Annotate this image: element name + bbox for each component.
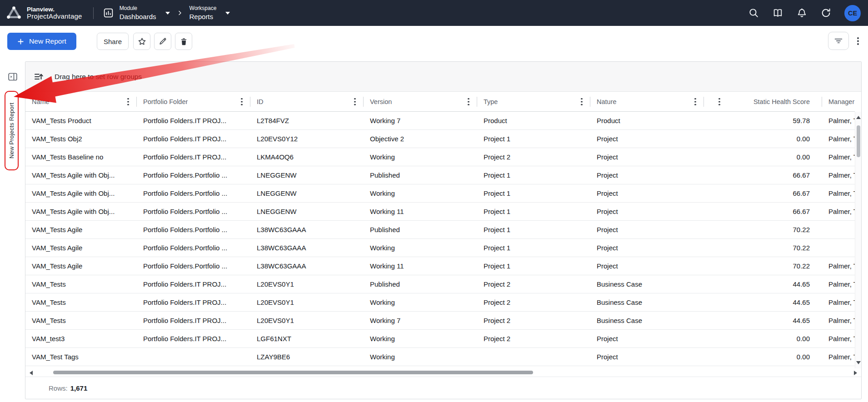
column-menu-icon[interactable] (718, 98, 720, 106)
column-menu-icon[interactable] (354, 98, 356, 106)
cell[interactable]: Palmer, T (822, 257, 855, 275)
column-menu-icon[interactable] (127, 98, 129, 106)
cell[interactable]: Working (364, 348, 477, 366)
cell[interactable]: Portfolio Folders.IT PROJ... (137, 293, 250, 311)
cell[interactable]: VAM_Tests (25, 312, 137, 329)
cell[interactable]: LZAY9BE6 (250, 348, 364, 366)
cell[interactable]: Working 11 (364, 257, 477, 275)
cell[interactable]: Palmer, T (822, 130, 855, 148)
header-cell-id[interactable]: ID (250, 92, 364, 112)
cell[interactable]: 44.65 (704, 312, 822, 329)
cell[interactable]: Portfolio Folders.IT PROJ... (137, 148, 250, 166)
table-row[interactable]: VAM_Tests AgilePortfolio Folders.Portfol… (25, 239, 855, 257)
cell[interactable]: LKMA4OQ6 (250, 148, 364, 166)
table-row[interactable]: VAM_TestsPortfolio Folders.IT PROJ...L20… (25, 293, 855, 312)
cell[interactable]: Published (364, 275, 477, 293)
cell[interactable]: 0.00 (704, 330, 822, 347)
cell[interactable]: Working 7 (364, 312, 477, 329)
cell[interactable]: Working (364, 184, 477, 202)
cell[interactable]: 0.00 (704, 130, 822, 148)
cell[interactable]: VAM_Tests (25, 275, 137, 293)
cell[interactable] (477, 348, 590, 366)
scroll-left-icon[interactable] (30, 371, 33, 375)
cell[interactable]: L38WC63GAAA (250, 239, 364, 257)
cell[interactable]: Project (590, 257, 704, 275)
column-menu-icon[interactable] (694, 98, 696, 106)
cell[interactable]: VAM_Tests (25, 293, 137, 311)
cell[interactable]: Palmer, T (822, 293, 855, 311)
header-cell-nature[interactable]: Nature (590, 92, 704, 112)
scroll-up-icon[interactable] (856, 116, 861, 119)
cell[interactable]: Published (364, 221, 477, 238)
cell[interactable]: 59.78 (704, 112, 822, 129)
cell[interactable]: VAM_Tests Agile (25, 257, 137, 275)
cell[interactable]: Portfolio Folders.IT PROJ... (137, 275, 250, 293)
sidebar-panel-toggle-button[interactable] (6, 70, 20, 84)
cell[interactable]: VAM_Tests Obj2 (25, 130, 137, 148)
cell[interactable] (137, 348, 250, 366)
column-menu-icon[interactable] (581, 98, 583, 106)
cell[interactable]: Project (590, 166, 704, 184)
cell[interactable]: Product (477, 112, 590, 129)
cell[interactable]: Portfolio Folders.IT PROJ... (137, 112, 250, 129)
notifications-bell-icon[interactable] (796, 7, 808, 19)
cell[interactable]: Portfolio Folders.Portfolio ... (137, 203, 250, 220)
cell[interactable]: Project 1 (477, 239, 590, 257)
cell[interactable]: LNEGGENW (250, 203, 364, 220)
cell[interactable]: 70.22 (704, 257, 822, 275)
cell[interactable]: 66.67 (704, 166, 822, 184)
table-row[interactable]: VAM_TestsPortfolio Folders.IT PROJ...L20… (25, 312, 855, 330)
cell[interactable]: Published (364, 166, 477, 184)
cell[interactable]: 44.65 (704, 275, 822, 293)
cell[interactable]: Objective 2 (364, 130, 477, 148)
header-cell-type[interactable]: Type (477, 92, 590, 112)
cell[interactable]: Palmer, T (822, 112, 855, 129)
cell[interactable]: Palmer, T (822, 148, 855, 166)
cell[interactable]: Business Case (590, 293, 704, 311)
header-cell-manager-1[interactable]: Manager 1 (822, 92, 855, 112)
vertical-scrollbar[interactable] (855, 112, 861, 368)
cell[interactable]: Working (364, 148, 477, 166)
cell[interactable]: Portfolio Folders.Portfolio ... (137, 166, 250, 184)
share-button[interactable]: Share (97, 33, 129, 50)
cell[interactable]: Project (590, 203, 704, 220)
cell[interactable] (822, 221, 855, 238)
cell[interactable]: L38WC63GAAA (250, 221, 364, 238)
cell[interactable]: L2T84FVZ (250, 112, 364, 129)
cell[interactable]: LNEGGENW (250, 166, 364, 184)
cell[interactable]: VAM_Tests Agile with Obj... (25, 166, 137, 184)
cell[interactable]: VAM_Tests Baseline no (25, 148, 137, 166)
cell[interactable]: Portfolio Folders.IT PROJ... (137, 130, 250, 148)
cell[interactable]: Project (590, 348, 704, 366)
cell[interactable]: Product (590, 112, 704, 129)
help-book-icon[interactable] (772, 7, 783, 19)
cell[interactable]: 44.65 (704, 293, 822, 311)
table-row[interactable]: VAM_Tests Obj2Portfolio Folders.IT PROJ.… (25, 130, 855, 148)
scroll-down-icon[interactable] (856, 361, 861, 364)
cell[interactable] (822, 239, 855, 257)
cell[interactable]: Portfolio Folders.IT PROJ... (137, 330, 250, 347)
header-cell-name[interactable]: Name (25, 92, 137, 112)
cell[interactable]: Project 1 (477, 184, 590, 202)
cell[interactable]: Palmer, T (822, 166, 855, 184)
nav-module-dashboards[interactable]: Module Dashboards (103, 5, 170, 21)
cell[interactable]: 70.22 (704, 221, 822, 238)
cell[interactable]: 66.67 (704, 203, 822, 220)
cell[interactable]: Project (590, 130, 704, 148)
cell[interactable]: Palmer, T (822, 203, 855, 220)
cell[interactable]: Project (590, 148, 704, 166)
more-options-button[interactable] (853, 32, 863, 50)
cell[interactable]: Palmer, T (822, 275, 855, 293)
table-row[interactable]: VAM_Tests Agile with Obj...Portfolio Fol… (25, 203, 855, 221)
search-icon[interactable] (748, 7, 759, 19)
table-row[interactable]: VAM_Test TagsLZAY9BE6WorkingProject0.00P… (25, 348, 855, 366)
cell[interactable]: Project (590, 239, 704, 257)
cell[interactable]: L20EVS0Y1 (250, 293, 364, 311)
column-menu-icon[interactable] (241, 98, 243, 106)
cell[interactable]: 0.00 (704, 348, 822, 366)
vertical-scroll-thumb[interactable] (857, 125, 860, 157)
cell[interactable]: Project 1 (477, 130, 590, 148)
cell[interactable]: L20EVS0Y12 (250, 130, 364, 148)
cell[interactable]: VAM_Tests Agile (25, 221, 137, 238)
cell[interactable]: Working 7 (364, 112, 477, 129)
